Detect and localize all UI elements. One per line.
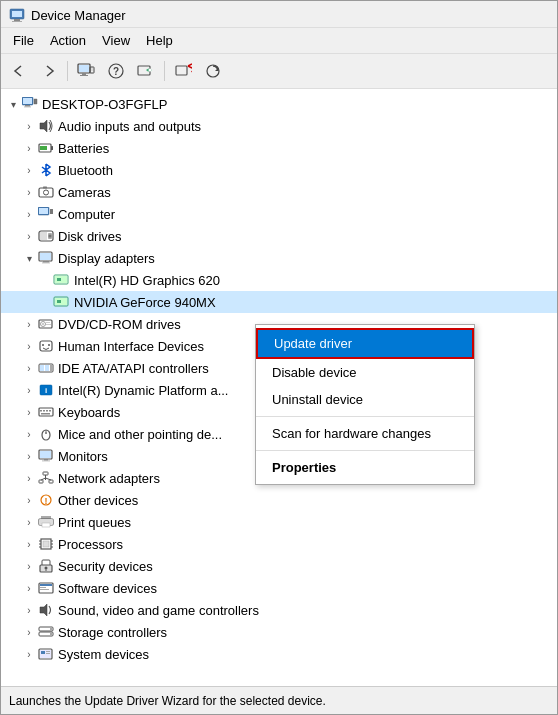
menu-bar: File Action View Help [1,28,557,54]
tree-item-nvidia[interactable]: NVIDIA GeForce 940MX [1,291,557,313]
batteries-label: Batteries [58,141,109,156]
tree-item-bluetooth[interactable]: › Bluetooth [1,159,557,181]
svg-marker-25 [40,120,47,132]
svg-rect-65 [43,410,45,412]
cameras-expand: › [21,184,37,200]
svg-line-81 [46,478,52,480]
root-expand-icon: ▾ [5,96,21,112]
svg-rect-78 [49,480,53,483]
tree-item-audio[interactable]: › Audio inputs and outputs [1,115,557,137]
menu-file[interactable]: File [5,30,42,51]
menu-help[interactable]: Help [138,30,181,51]
svg-rect-48 [57,300,61,303]
toolbar: ? ✕ [1,54,557,89]
monitors-label: Monitors [58,449,108,464]
intel-hd-label: Intel(R) HD Graphics 620 [74,273,220,288]
intel-dyn-expand: › [21,382,37,398]
tree-item-print[interactable]: › Print queues [1,511,557,533]
computer-expand: › [21,206,37,222]
help-button[interactable]: ? [102,58,130,84]
ctx-properties[interactable]: Properties [256,454,474,481]
tree-root[interactable]: ▾ DESKTOP-O3FGFLP [1,93,557,115]
tree-item-other[interactable]: › ! Other devices [1,489,557,511]
system-icon [37,646,55,662]
svg-point-107 [50,628,52,630]
hid-label: Human Interface Devices [58,339,204,354]
keyboards-expand: › [21,404,37,420]
menu-action[interactable]: Action [42,30,94,51]
bluetooth-expand: › [21,162,37,178]
svg-rect-68 [41,413,50,415]
tree-item-disk[interactable]: › Disk drives [1,225,557,247]
cameras-label: Cameras [58,185,111,200]
svg-rect-40 [40,253,51,260]
svg-rect-2 [14,19,20,21]
svg-point-55 [42,344,44,346]
display-expand: ▾ [21,250,37,266]
ctx-disable-device[interactable]: Disable device [256,359,474,386]
svg-rect-67 [49,410,51,412]
network-label: Network adapters [58,471,160,486]
tree-item-cameras[interactable]: › Cameras [1,181,557,203]
intel-dyn-label: Intel(R) Dynamic Platform a... [58,383,229,398]
ctx-scan-hardware[interactable]: Scan for hardware changes [256,420,474,447]
ctx-sep-1 [256,416,474,417]
other-icon: ! [37,492,55,508]
svg-rect-59 [45,365,49,371]
back-button[interactable] [5,58,33,84]
ctx-update-driver[interactable]: Update driver [256,328,474,359]
menu-view[interactable]: View [94,30,138,51]
svg-rect-103 [40,589,49,590]
svg-rect-41 [43,261,49,263]
svg-rect-27 [40,146,47,150]
monitors-expand: › [21,448,37,464]
svg-rect-3 [12,21,22,22]
svg-rect-1 [12,11,22,17]
hid-expand: › [21,338,37,354]
remove-button[interactable]: ✕ [169,58,197,84]
bluetooth-icon [37,162,55,178]
svg-rect-7 [80,75,88,76]
bluetooth-label: Bluetooth [58,163,113,178]
toolbar-sep-2 [164,61,165,81]
printer-icon [37,514,55,530]
tree-item-system[interactable]: › System devices [1,643,557,665]
software-expand: › [21,580,37,596]
computer-button[interactable] [72,58,100,84]
svg-rect-60 [50,365,52,371]
tree-item-sound[interactable]: › Sound, video and game controllers [1,599,557,621]
tree-item-storage[interactable]: › Storage controllers [1,621,557,643]
nvidia-expand [37,294,53,310]
tree-item-software[interactable]: › Software devices [1,577,557,599]
svg-line-80 [41,478,46,480]
tree-item-intel-hd[interactable]: Intel(R) HD Graphics 620 [1,269,557,291]
context-menu: Update driver Disable device Uninstall d… [255,324,475,485]
svg-rect-14 [176,66,187,75]
svg-point-38 [49,235,52,238]
forward-button[interactable] [35,58,63,84]
ctx-sep-2 [256,450,474,451]
tree-item-display[interactable]: ▾ Display adapters [1,247,557,269]
tree-item-processors[interactable]: › Processors [1,533,557,555]
svg-rect-52 [46,322,50,323]
mice-label: Mice and other pointing de... [58,427,222,442]
scan-button[interactable] [132,58,160,84]
security-expand: › [21,558,37,574]
svg-rect-74 [44,459,48,461]
batteries-expand: › [21,140,37,156]
storage-icon [37,624,55,640]
svg-rect-9 [91,68,93,71]
mouse-icon [37,426,55,442]
audio-expand: › [21,118,37,134]
tree-item-security[interactable]: › Security devices [1,555,557,577]
ide-icon [37,360,55,376]
tree-item-computer[interactable]: › Computer [1,203,557,225]
intel-icon: i [37,382,55,398]
storage-expand: › [21,624,37,640]
refresh-button[interactable] [199,58,227,84]
svg-point-71 [45,432,47,434]
tree-item-batteries[interactable]: › Batteries [1,137,557,159]
svg-rect-89 [43,541,49,547]
ctx-uninstall-device[interactable]: Uninstall device [256,386,474,413]
other-label: Other devices [58,493,138,508]
